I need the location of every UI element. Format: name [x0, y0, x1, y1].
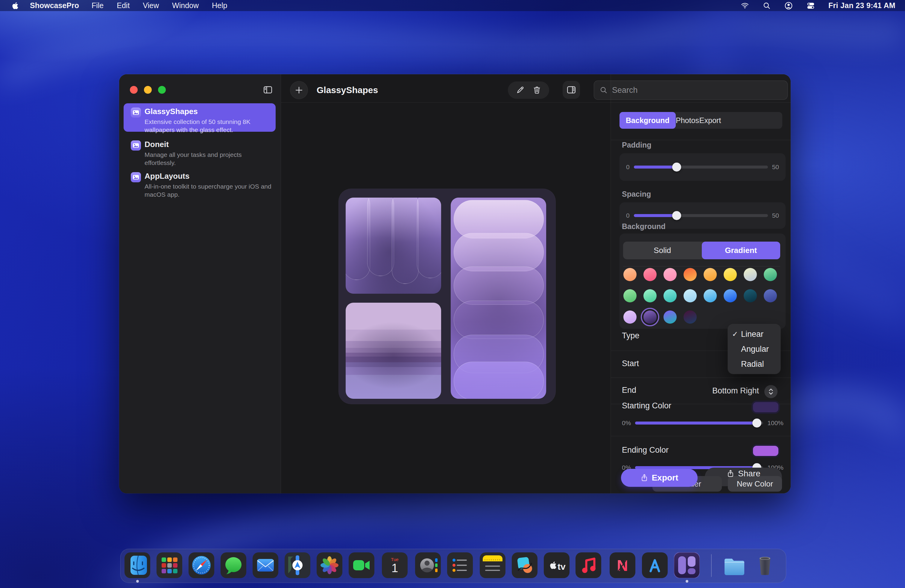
- swatch-coral[interactable]: [643, 268, 657, 281]
- swatch-maroon-navy[interactable]: [684, 310, 697, 324]
- search-field[interactable]: [594, 81, 788, 100]
- running-indicator: [136, 580, 139, 583]
- dock-news-icon[interactable]: N: [610, 552, 635, 578]
- inspector-toggle-icon[interactable]: [563, 81, 580, 99]
- artwork-tile-vertical-pills: [346, 198, 441, 294]
- dock-safari-icon[interactable]: [189, 552, 214, 578]
- sidebar-item-title: Doneit: [144, 140, 169, 149]
- swatch-purpleteal[interactable]: [664, 310, 676, 324]
- start-label: Start: [622, 359, 639, 368]
- swatch-paleblue[interactable]: [684, 289, 697, 302]
- add-project-button[interactable]: [290, 81, 308, 99]
- menu-option-linear[interactable]: ✓ Linear: [728, 327, 781, 342]
- swatch-amber[interactable]: [703, 268, 717, 281]
- dock-facetime-icon[interactable]: [349, 552, 375, 578]
- swatch-aqua[interactable]: [664, 289, 676, 302]
- dock-showcasepro-icon[interactable]: [674, 552, 700, 578]
- swatch-darkteal[interactable]: [744, 289, 757, 302]
- spotlight-search-icon[interactable]: [762, 2, 771, 10]
- dock-maps-icon[interactable]: [284, 552, 310, 578]
- menu-item-file[interactable]: File: [92, 1, 103, 10]
- user-account-icon[interactable]: [784, 1, 793, 10]
- swatch-darkpurple[interactable]: [643, 310, 657, 324]
- swatch-peach[interactable]: [623, 268, 637, 281]
- dock-music-icon[interactable]: [575, 552, 601, 578]
- artwork-frame: [338, 189, 556, 404]
- dock-calendar-icon[interactable]: Tue1: [382, 552, 408, 578]
- menu-clock[interactable]: Fri Jan 23 9:41 AM: [829, 1, 895, 10]
- tab-export[interactable]: Export: [699, 112, 721, 129]
- menu-item-edit[interactable]: Edit: [117, 1, 130, 10]
- menu-app-name[interactable]: ShowcasePro: [30, 1, 79, 10]
- dock-trash-icon[interactable]: [752, 552, 778, 578]
- artwork-tile-horizontal-stripes: [346, 303, 441, 399]
- edit-delete-group: [508, 81, 549, 99]
- swatch-lightgreen[interactable]: [623, 289, 637, 302]
- search-icon: [599, 86, 608, 94]
- tab-background[interactable]: Background: [619, 112, 676, 129]
- padding-slider[interactable]: [634, 165, 768, 168]
- menu-option-angular[interactable]: Angular: [728, 342, 781, 357]
- slider-thumb[interactable]: [753, 418, 761, 427]
- wifi-icon[interactable]: [740, 2, 749, 10]
- dock-launchpad-icon[interactable]: [157, 552, 182, 578]
- dock-photos-icon[interactable]: [317, 552, 342, 578]
- spacing-slider[interactable]: [634, 214, 768, 217]
- slider-thumb[interactable]: [672, 162, 681, 172]
- dock-downloads-folder-icon[interactable]: [722, 552, 747, 578]
- dock-contacts-icon[interactable]: [415, 552, 441, 578]
- background-label: Background: [622, 222, 665, 231]
- delete-trash-icon[interactable]: [532, 86, 541, 95]
- export-button[interactable]: Export: [621, 469, 698, 487]
- sidebar-toggle-icon[interactable]: [261, 83, 275, 96]
- swatch-pink[interactable]: [664, 268, 676, 281]
- share-icon: [727, 469, 734, 478]
- tab-photos[interactable]: Photos: [676, 112, 699, 129]
- slider-thumb[interactable]: [672, 211, 681, 220]
- opacity-max: 100%: [767, 420, 783, 427]
- swatch-orange[interactable]: [684, 268, 697, 281]
- dock-tv-icon[interactable]: tv: [544, 552, 570, 578]
- mode-solid-button[interactable]: Solid: [623, 242, 702, 259]
- swatch-pale[interactable]: [744, 268, 757, 281]
- dock-messages-icon[interactable]: [221, 552, 246, 578]
- minimize-button[interactable]: [144, 86, 152, 94]
- project-photo-icon: [131, 172, 141, 184]
- swatch-indigo[interactable]: [764, 289, 777, 302]
- menu-item-window[interactable]: Window: [172, 1, 199, 10]
- sidebar-item-glassyshapes[interactable]: GlassyShapes Extensive collection of 50 …: [124, 103, 276, 132]
- dock-appstore-icon[interactable]: [642, 552, 668, 578]
- close-button[interactable]: [130, 86, 138, 94]
- dock-mail-icon[interactable]: [252, 552, 278, 578]
- dock-reminders-icon[interactable]: [447, 552, 473, 578]
- export-share-icon: [640, 474, 648, 482]
- ending-color-chip[interactable]: [751, 444, 780, 458]
- menu-item-help[interactable]: Help: [212, 1, 227, 10]
- swatch-yellow[interactable]: [724, 268, 737, 281]
- swatch-mint[interactable]: [643, 289, 657, 302]
- swatch-sky[interactable]: [703, 289, 717, 302]
- menu-option-radial[interactable]: Radial: [728, 357, 781, 372]
- inspector-tabs: Background Photos Export: [619, 112, 782, 129]
- dock-notes-icon[interactable]: [480, 552, 505, 578]
- swatch-lavender[interactable]: [623, 310, 637, 324]
- sidebar-item-applayouts[interactable]: AppLayouts All-in-one toolkit to superch…: [124, 168, 276, 196]
- dock-finder-icon[interactable]: [124, 552, 150, 578]
- share-button-label[interactable]: Share: [727, 469, 761, 478]
- starting-color-chip[interactable]: [751, 400, 780, 414]
- dock-freeform-icon[interactable]: [512, 552, 538, 578]
- sidebar-item-doneit[interactable]: Doneit Manage all your tasks and project…: [124, 136, 276, 164]
- swatch-green[interactable]: [764, 268, 777, 281]
- apple-menu-icon[interactable]: [12, 2, 19, 10]
- gradient-swatch-grid: [623, 268, 785, 324]
- menu-item-view[interactable]: View: [143, 1, 159, 10]
- starting-opacity-slider[interactable]: [635, 421, 763, 424]
- swatch-blue[interactable]: [724, 289, 737, 302]
- mode-gradient-button[interactable]: Gradient: [702, 242, 781, 259]
- end-stepper-icon[interactable]: [764, 385, 778, 398]
- control-center-icon[interactable]: [806, 1, 815, 10]
- search-input[interactable]: [611, 85, 788, 95]
- edit-pencil-icon[interactable]: [516, 86, 525, 95]
- window-title: GlassyShapes: [317, 85, 378, 95]
- zoom-button[interactable]: [158, 86, 166, 94]
